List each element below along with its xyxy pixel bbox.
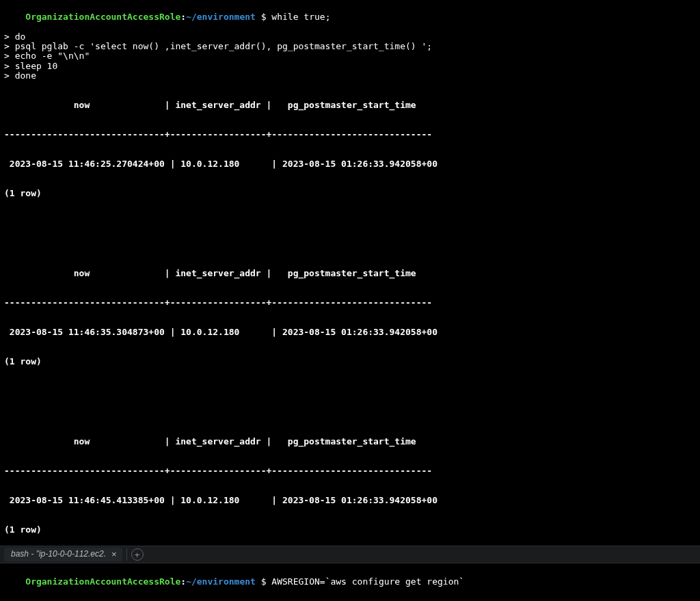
prompt-role: OrganizationAccountAccessRole bbox=[25, 12, 180, 22]
tab-label: bash - "ip-10-0-0-112.ec2. bbox=[11, 550, 106, 559]
prompt-sep: : bbox=[180, 576, 186, 587]
prompt-path: ~/environment bbox=[186, 576, 256, 587]
tab-divider bbox=[126, 548, 127, 561]
blank-gap bbox=[4, 218, 696, 250]
result-header: now | inet_server_addr | pg_postmaster_s… bbox=[4, 269, 696, 278]
shell-prompt-line: OrganizationAccountAccessRole:~/environm… bbox=[4, 567, 696, 597]
tab-bar: bash - "ip-10-0-0-112.ec2. × + bbox=[0, 546, 700, 563]
query-result-block: now | inet_server_addr | pg_postmaster_s… bbox=[4, 81, 696, 217]
continuation-line: > echo -e "\n\n" bbox=[4, 51, 696, 61]
result-divider: ------------------------------+---------… bbox=[4, 130, 696, 139]
prompt-command: AWSREGION=`aws configure get region` bbox=[271, 576, 464, 587]
shell-prompt-line: OrganizationAccountAccessRole:~/environm… bbox=[4, 3, 696, 32]
prompt-dollar: $ bbox=[256, 12, 271, 22]
prompt-role: OrganizationAccountAccessRole bbox=[25, 576, 180, 587]
result-divider: ------------------------------+---------… bbox=[4, 466, 696, 476]
result-header: now | inet_server_addr | pg_postmaster_s… bbox=[4, 101, 696, 110]
result-rowcount: (1 row) bbox=[4, 189, 696, 198]
continuation-line: > psql pglab -c 'select now() ,inet_serv… bbox=[4, 42, 696, 51]
prompt-sep: : bbox=[180, 12, 186, 22]
prompt-path: ~/environment bbox=[186, 12, 256, 22]
result-rowcount: (1 row) bbox=[4, 525, 696, 535]
plus-icon: + bbox=[135, 550, 140, 559]
result-row: 2023-08-15 11:46:35.304873+00 | 10.0.12.… bbox=[4, 328, 696, 337]
close-icon[interactable]: × bbox=[111, 550, 117, 559]
continuation-line: > sleep 10 bbox=[4, 62, 696, 71]
prompt-dollar: $ bbox=[256, 576, 271, 587]
result-divider: ------------------------------+---------… bbox=[4, 298, 696, 308]
prompt-command: while true; bbox=[271, 12, 330, 22]
query-result-block: now | inet_server_addr | pg_postmaster_s… bbox=[4, 418, 696, 546]
continuation-line: > done bbox=[4, 71, 696, 81]
terminal-pane-bottom[interactable]: OrganizationAccountAccessRole:~/environm… bbox=[0, 563, 700, 601]
terminal-pane-top[interactable]: OrganizationAccountAccessRole:~/environm… bbox=[0, 0, 700, 546]
terminal-tab[interactable]: bash - "ip-10-0-0-112.ec2. × bbox=[4, 548, 122, 561]
result-header: now | inet_server_addr | pg_postmaster_s… bbox=[4, 437, 696, 446]
blank-gap bbox=[4, 386, 696, 418]
continuation-line: > do bbox=[4, 32, 696, 42]
new-tab-button[interactable]: + bbox=[131, 548, 144, 561]
result-row: 2023-08-15 11:46:45.413385+00 | 10.0.12.… bbox=[4, 496, 696, 505]
result-row: 2023-08-15 11:46:25.270424+00 | 10.0.12.… bbox=[4, 159, 696, 169]
query-result-block: now | inet_server_addr | pg_postmaster_s… bbox=[4, 250, 696, 386]
result-rowcount: (1 row) bbox=[4, 357, 696, 366]
